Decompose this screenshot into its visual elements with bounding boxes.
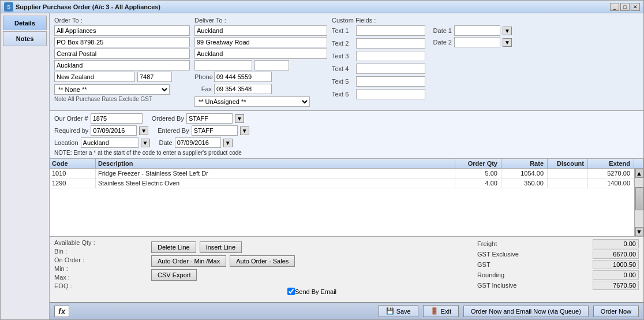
custom-fields-content: Text 1 Text 2 Text 3	[332, 25, 639, 101]
deliver-to-line1[interactable]	[194, 25, 327, 36]
td-code-1: 1010	[50, 169, 96, 178]
order-email-button[interactable]: Order Now and Email Now (via Queue)	[463, 306, 589, 317]
date-input[interactable]	[175, 137, 221, 148]
gst-row: GST 1000.50	[477, 260, 639, 269]
our-order-input[interactable]	[91, 113, 143, 124]
restore-button[interactable]: □	[620, 3, 630, 11]
deliver-to-input4b[interactable]	[254, 60, 289, 70]
ordered-by-dropdown[interactable]: ▼	[235, 114, 244, 123]
tab-notes[interactable]: Notes	[3, 31, 47, 46]
entered-by-dropdown[interactable]: ▼	[240, 126, 249, 135]
order-to-country[interactable]	[54, 72, 135, 82]
td-rate-1: 1054.00	[501, 169, 548, 178]
send-by-email-checkbox[interactable]	[287, 288, 295, 295]
exit-button[interactable]: 🚪 Exit	[423, 305, 459, 317]
order-to-dropdown[interactable]: ** None **	[54, 84, 170, 95]
entered-by-pair: Entered By ▼	[158, 125, 249, 136]
phone-fax-area: Phone Fax	[194, 72, 327, 94]
order-to-line1[interactable]	[54, 25, 190, 36]
required-by-dropdown[interactable]: ▼	[139, 126, 148, 135]
order-to-note: Note All Purchase Rates Exclude GST	[54, 96, 190, 102]
unassigned-dropdown[interactable]: ** UnAssigned **	[194, 96, 310, 107]
content-area: Order To : ** None **	[50, 13, 643, 319]
order-to-line2[interactable]	[54, 37, 190, 47]
deliver-to-line3[interactable]	[194, 49, 327, 59]
csv-export-button[interactable]: CSV Export	[151, 269, 197, 281]
middle-section: Our Order # Ordered By ▼ Required by ▼	[50, 111, 643, 159]
deliver-to-line2[interactable]	[194, 37, 327, 47]
window-title: Supplier Purchase Order (A/c 3 - All App…	[16, 3, 160, 10]
deliver-to-input4a[interactable]	[194, 60, 252, 70]
btn-row-2: Auto Order - Min /Max Auto Order - Sales	[151, 255, 473, 267]
location-input[interactable]	[81, 137, 138, 148]
bottom-middle: Delete Line Insert Line Auto Order - Min…	[151, 239, 473, 300]
title-bar-left: S Supplier Purchase Order (A/c 3 - All A…	[4, 2, 160, 12]
scroll-down-btn[interactable]: ▼	[635, 227, 643, 236]
table-scrollbar[interactable]: ▲ ▼	[634, 169, 643, 236]
save-label: Save	[396, 308, 411, 315]
custom-fields-label: Custom Fields :	[332, 17, 639, 24]
available-qty-label: Available Qty :	[54, 239, 147, 246]
order-to-line4[interactable]	[54, 60, 190, 70]
td-qty-1: 5.00	[455, 169, 501, 178]
exit-label: Exit	[441, 308, 451, 315]
left-tabs: Details Notes	[1, 13, 50, 319]
cf-text1-row: Text 1	[332, 25, 425, 36]
order-email-label: Order Now and Email Now (via Queue)	[471, 308, 581, 315]
fx-label: fx	[54, 306, 69, 317]
table-body: 1010 Fridge Freezer - Stainless Steel Le…	[50, 169, 634, 236]
cf-date1-input[interactable]	[454, 25, 500, 36]
app-icon: S	[4, 2, 13, 12]
save-icon: 💾	[386, 307, 394, 315]
order-now-button[interactable]: Order Now	[593, 306, 639, 317]
scroll-up-btn[interactable]: ▲	[635, 169, 643, 178]
auto-order-minmax-button[interactable]: Auto Order - Min /Max	[151, 255, 226, 267]
btn-row-3: CSV Export	[151, 269, 473, 281]
cf-text2-input[interactable]	[356, 38, 425, 49]
delete-line-button[interactable]: Delete Line	[151, 241, 196, 253]
gst-inclusive-value: 7670.50	[593, 281, 639, 290]
cf-text1-input[interactable]	[356, 25, 425, 36]
td-rate-2: 350.00	[501, 178, 548, 188]
rounding-row: Rounding 0.00	[477, 270, 639, 280]
location-dropdown[interactable]: ▼	[141, 139, 150, 147]
auto-order-sales-button[interactable]: Auto Order - Sales	[230, 255, 295, 267]
freight-label: Freight	[477, 240, 541, 247]
phone-input[interactable]	[214, 72, 272, 82]
scroll-thumb[interactable]	[635, 187, 643, 210]
date-dropdown[interactable]: ▼	[223, 139, 233, 147]
cf-text4-input[interactable]	[356, 64, 425, 74]
phone-row: Phone	[194, 72, 327, 82]
ordered-by-input[interactable]	[186, 113, 233, 124]
required-by-pair: Required by ▼	[54, 125, 148, 136]
tab-details[interactable]: Details	[3, 16, 47, 30]
close-button[interactable]: ✕	[631, 3, 640, 11]
cf-text3-input[interactable]	[356, 51, 425, 61]
cf-date2-input[interactable]	[454, 37, 500, 47]
entered-by-input[interactable]	[192, 125, 238, 136]
required-by-input[interactable]	[91, 125, 137, 136]
cf-text5-input[interactable]	[356, 76, 425, 87]
save-button[interactable]: 💾 Save	[379, 305, 418, 317]
td-disc-2	[548, 178, 588, 188]
eoq-label: EOQ :	[54, 282, 147, 289]
deliver-to-phone-inputs	[194, 60, 327, 70]
cf-text6-input[interactable]	[356, 89, 425, 99]
th-rate: Rate	[501, 159, 548, 168]
middle-row3: Location ▼ Date ▼	[54, 137, 639, 148]
th-order-qty: Order Qty	[455, 159, 501, 168]
cf-text6-row: Text 6	[332, 89, 425, 99]
location-pair: Location ▼	[54, 137, 150, 148]
insert-line-button[interactable]: Insert Line	[200, 241, 242, 253]
date-pair: Date ▼	[159, 137, 233, 148]
fax-input[interactable]	[214, 84, 272, 94]
cf-date2-dropdown[interactable]: ▼	[503, 38, 512, 47]
table-row[interactable]: 1010 Fridge Freezer - Stainless Steel Le…	[50, 169, 634, 178]
table-row[interactable]: 1290 Stainless Steel Electric Oven 4.00 …	[50, 178, 634, 188]
order-to-postcode[interactable]	[137, 72, 172, 82]
cf-date1-dropdown[interactable]: ▼	[503, 27, 512, 35]
td-code-2: 1290	[50, 178, 96, 188]
cf-text4-row: Text 4	[332, 64, 425, 74]
minimize-button[interactable]: _	[610, 3, 619, 11]
order-to-line3[interactable]	[54, 49, 190, 59]
